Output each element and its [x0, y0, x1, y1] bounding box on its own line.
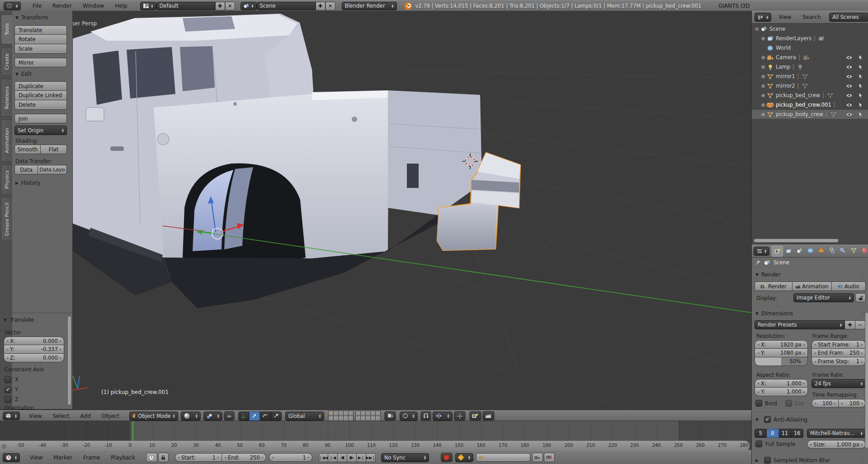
selectability-pointer-icon[interactable]	[859, 74, 863, 79]
anti-aliasing-checkbox[interactable]: ✓	[764, 416, 771, 423]
aa-samples-5-button[interactable]: 5	[755, 429, 767, 438]
outliner-item-lamp[interactable]: ⊕Lamp|	[752, 62, 868, 71]
aa-samples-11-button[interactable]: 11	[779, 429, 791, 438]
outliner-filter-dropdown[interactable]: All Scenes	[829, 13, 868, 22]
selectability-pointer-icon[interactable]	[859, 55, 863, 60]
outliner-item-renderlayers[interactable]: ⊕RenderLayers|	[752, 34, 868, 43]
menu-playback[interactable]: Playback	[105, 455, 141, 461]
mirror-button[interactable]: Mirror	[14, 58, 67, 67]
render-animation-button[interactable]: Animation	[793, 281, 832, 291]
visibility-eye-icon[interactable]	[846, 94, 853, 98]
menu-file[interactable]: File	[27, 3, 47, 9]
menu-search[interactable]: Search	[797, 14, 826, 20]
menu-giants-i3d[interactable]: GIANTS I3D	[713, 3, 755, 9]
pivot-align-toggle[interactable]: ⇔	[224, 411, 235, 421]
add-layout-button[interactable]: ✚	[215, 2, 225, 10]
axis-x-checkbox[interactable]	[5, 376, 11, 383]
menu-view[interactable]: View	[24, 455, 48, 461]
proportional-edit-dropdown[interactable]: ▲▼	[400, 412, 418, 421]
vector-x-field[interactable]: ◂X:0.000▸	[4, 337, 64, 345]
full-sample-checkbox[interactable]	[755, 441, 762, 447]
frame-step-field[interactable]: ◂Frame Step:1▸	[811, 357, 866, 366]
transform-orientation-dropdown[interactable]: Global ▲▼	[285, 412, 324, 421]
properties-tab-object-data[interactable]	[849, 246, 859, 256]
manipulator-rotate-toggle[interactable]	[260, 412, 271, 421]
remove-preset-button[interactable]: −	[855, 320, 866, 329]
add-preset-button[interactable]: ✚	[845, 320, 855, 329]
properties-editor-type-dropdown[interactable]: ▲▼	[754, 247, 769, 256]
outliner-item-pickup_body_crew[interactable]: ⊕pickup_body_crew|	[752, 110, 868, 119]
keying-set-dropdown[interactable]: ▲▼	[455, 453, 473, 462]
rotate-button[interactable]: Rotate	[14, 35, 67, 44]
expander-icon[interactable]: ⊕	[760, 64, 766, 70]
outliner-editor-type-dropdown[interactable]: ▲▼	[755, 13, 771, 22]
aa-size-field[interactable]: ◂Size:1.000 px▸	[807, 440, 866, 449]
aa-samples-8-button[interactable]: 8	[767, 429, 779, 438]
jump-to-start-button[interactable]: ❘◀◀	[319, 453, 328, 462]
data-button[interactable]: Data	[14, 165, 38, 174]
viewport-editor-type-dropdown[interactable]: ▲▼	[3, 412, 20, 420]
history-panel-header[interactable]: ▶History	[15, 180, 41, 186]
next-keyframe-button[interactable]: ▶❘	[357, 453, 366, 462]
selectability-pointer-icon[interactable]	[859, 93, 863, 98]
end-frame-field[interactable]: ◂End Fram:250▸	[811, 349, 866, 357]
menu-view[interactable]: View	[24, 413, 47, 419]
transform-panel-header[interactable]: ▼Transform	[15, 14, 48, 21]
shelf-tab-relations[interactable]: Relations	[1, 79, 12, 117]
properties-tab-constraints[interactable]	[827, 246, 837, 256]
dimensions-panel-header[interactable]: ▼Dimensions	[755, 310, 793, 317]
viewport-shading-dropdown[interactable]: ▲▼	[181, 412, 201, 421]
properties-tab-material[interactable]	[859, 246, 868, 256]
object-name[interactable]: Lamp	[776, 64, 790, 70]
screen-layout-icon-dropdown[interactable]: ▲▼	[140, 2, 156, 10]
shelf-scrollbar[interactable]	[67, 316, 71, 405]
resolution-x-field[interactable]: ◂X:1920 px▸	[755, 340, 808, 349]
join-button[interactable]: Join	[14, 114, 67, 123]
resolution-y-field[interactable]: ◂Y:1080 px▸	[755, 349, 808, 357]
outliner-hscrollbar[interactable]	[754, 239, 839, 243]
properties-tab-world[interactable]	[805, 246, 816, 256]
render-opengl-animation-button[interactable]	[482, 411, 495, 421]
flat-button[interactable]: Flat	[41, 145, 67, 154]
render-presets-dropdown[interactable]: Render Presets▲▼	[755, 320, 845, 329]
insert-keyframe-button[interactable]	[532, 453, 543, 462]
duplicate-button[interactable]: Duplicate	[14, 81, 67, 91]
menu-view[interactable]: View	[773, 14, 797, 20]
visibility-eye-icon[interactable]	[846, 65, 853, 69]
play-button[interactable]: ▶	[347, 453, 357, 462]
manipulator-translate-toggle[interactable]	[249, 412, 260, 421]
selectability-pointer-icon[interactable]	[859, 102, 863, 108]
panel-grip[interactable]: ::::	[861, 310, 865, 315]
end-frame-field[interactable]: ◂End:250▸	[222, 453, 266, 462]
frame-rate-dropdown[interactable]: 24 fps▲▼	[811, 379, 866, 388]
expander-icon[interactable]: ⊖	[754, 26, 760, 32]
object-name[interactable]: Camera	[776, 54, 796, 61]
visibility-eye-icon[interactable]	[846, 103, 853, 107]
menu-render[interactable]: Render	[47, 3, 77, 9]
vector-y-field[interactable]: ◂Y:-0.337▸	[4, 345, 64, 354]
menu-window[interactable]: Window	[77, 3, 109, 9]
menu-marker[interactable]: Marker	[48, 455, 77, 461]
visibility-eye-icon[interactable]	[846, 84, 853, 88]
object-name[interactable]: RenderLayers	[776, 35, 811, 42]
duplicate-linked-button[interactable]: Duplicate Linked	[14, 91, 67, 100]
object-name[interactable]: World	[776, 45, 791, 51]
selectability-pointer-icon[interactable]	[859, 83, 863, 89]
display-lock-button[interactable]	[855, 293, 866, 302]
delete-keyframe-button[interactable]	[544, 453, 555, 462]
play-reverse-button[interactable]: ◀	[338, 453, 347, 462]
selectability-pointer-icon[interactable]	[859, 64, 863, 70]
add-scene-button[interactable]: ✚	[316, 2, 326, 10]
start-frame-field[interactable]: ◂Start Frame:1▸	[811, 340, 866, 349]
set-origin-dropdown[interactable]: Set Origin▲▼	[14, 126, 67, 135]
render-opengl-button[interactable]	[469, 411, 481, 421]
outliner-item-camera[interactable]: ⊕Camera|	[752, 53, 868, 62]
crop-checkbox[interactable]	[785, 400, 792, 407]
properties-tab-render-layers[interactable]	[783, 246, 794, 256]
pivot-point-dropdown[interactable]: ▲▼	[203, 412, 222, 421]
vector-z-field[interactable]: ◂Z:0.000▸	[4, 354, 64, 362]
shelf-tab-tools[interactable]: Tools	[1, 14, 12, 44]
timeline-ruler[interactable]: -50-40-30-20-100102030405060708090100110…	[0, 441, 750, 450]
shelf-tab-animation[interactable]: Animation	[1, 119, 12, 162]
scene-name-field[interactable]: Scene	[257, 2, 316, 10]
